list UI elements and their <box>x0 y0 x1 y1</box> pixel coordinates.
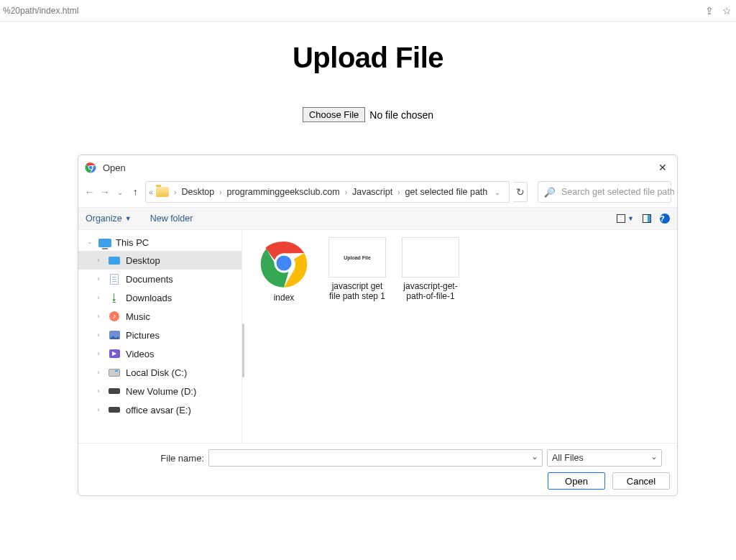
search-input[interactable] <box>561 187 674 197</box>
cancel-button[interactable]: Cancel <box>612 472 670 490</box>
dialog-nav-row: ← → ⌄ ↑ « › Desktop › programminggeekscl… <box>78 180 677 207</box>
filename-input[interactable] <box>208 449 543 467</box>
close-button[interactable]: ✕ <box>654 162 671 173</box>
sidebar-item-desktop[interactable]: › Desktop <box>78 251 242 270</box>
chevron-right-icon: › <box>94 294 103 301</box>
chevron-right-icon: › <box>86 239 93 247</box>
choose-file-button[interactable]: Choose File <box>303 107 365 122</box>
pc-icon <box>98 239 111 247</box>
chevron-right-icon: › <box>217 188 224 196</box>
view-mode-button[interactable]: ▼ <box>617 214 634 223</box>
filename-combo[interactable] <box>208 449 543 467</box>
sidebar-item-local-disk-c[interactable]: › Local Disk (C:) <box>78 363 242 382</box>
chevron-right-icon: › <box>94 406 103 413</box>
overflow-chevron-icon[interactable]: « <box>149 188 153 196</box>
chrome-icon <box>258 237 310 289</box>
music-icon: ♪ <box>109 311 120 322</box>
open-button[interactable]: Open <box>548 472 605 490</box>
sidebar-item-documents[interactable]: › Documents <box>78 270 242 288</box>
dialog-footer: File name: All Files Open Cancel <box>78 443 677 495</box>
sidebar-item-office-avsar-e[interactable]: › office avsar (E:) <box>78 400 242 419</box>
drive-icon <box>109 385 120 397</box>
back-button[interactable]: ← <box>84 184 95 200</box>
share-icon[interactable]: ⇪ <box>705 5 714 17</box>
chevron-right-icon: › <box>94 387 103 395</box>
svg-point-5 <box>277 256 292 271</box>
breadcrumb-site[interactable]: programminggeeksclub.com <box>227 187 340 197</box>
thumbnail-icon <box>402 237 459 277</box>
scrollbar-thumb[interactable] <box>242 323 244 377</box>
search-box[interactable]: 🔍 <box>538 181 671 203</box>
new-folder-button[interactable]: New folder <box>150 214 193 224</box>
dialog-toolbar: Organize ▼ New folder ▼ ? <box>78 207 677 230</box>
folder-icon <box>156 187 169 197</box>
preview-pane-button[interactable] <box>643 214 651 223</box>
chevron-right-icon: › <box>94 331 103 339</box>
chevron-right-icon: › <box>395 188 402 196</box>
up-button[interactable]: ↑ <box>130 184 141 200</box>
file-item-index[interactable]: index <box>252 237 316 303</box>
search-icon: 🔍 <box>544 187 556 198</box>
breadcrumb-js[interactable]: Javascript <box>352 187 392 197</box>
file-pane[interactable]: index Upload File javascript get file pa… <box>242 230 677 443</box>
sidebar-item-new-volume-d[interactable]: › New Volume (D:) <box>78 382 242 400</box>
star-icon[interactable]: ☆ <box>722 5 732 17</box>
file-label: javascript get file path step 1 <box>326 282 389 302</box>
no-file-chosen-text: No file chosen <box>369 109 433 121</box>
downloads-icon: ⭳ <box>109 292 120 303</box>
refresh-button[interactable]: ↻ <box>513 182 528 202</box>
url-fragment: %20path/index.html <box>0 6 78 16</box>
file-item-step1[interactable]: Upload File javascript get file path ste… <box>326 237 389 302</box>
sidebar-item-pictures[interactable]: › Pictures <box>78 326 242 344</box>
file-label: javascript-get-path-of-file-1 <box>399 282 462 302</box>
drive-icon <box>109 404 120 416</box>
file-type-filter[interactable]: All Files <box>547 449 662 467</box>
file-label: index <box>274 293 295 303</box>
disk-icon <box>109 367 120 378</box>
chevron-down-icon: ▼ <box>627 215 634 222</box>
chevron-right-icon: › <box>343 188 349 196</box>
dialog-body: › This PC › Desktop › Documents › ⭳ Down… <box>78 230 677 443</box>
sidebar-item-videos[interactable]: › ▶ Videos <box>78 344 242 363</box>
desktop-icon <box>109 254 120 266</box>
thumbnail-icon: Upload File <box>328 237 386 277</box>
breadcrumb-desktop[interactable]: Desktop <box>181 187 214 197</box>
file-input-row: Choose File No file chosen <box>303 107 433 122</box>
chevron-right-icon: › <box>94 275 103 283</box>
file-type-selected: All Files <box>547 449 662 467</box>
path-dropdown-icon[interactable]: ⌄ <box>490 188 505 196</box>
page-title: Upload File <box>0 42 736 74</box>
sidebar-item-music[interactable]: › ♪ Music <box>78 307 242 326</box>
forward-button[interactable]: → <box>99 184 110 200</box>
documents-icon <box>109 273 120 285</box>
app-icon <box>84 161 97 174</box>
filename-label: File name: <box>86 453 204 464</box>
chevron-right-icon: › <box>94 350 103 357</box>
dialog-titlebar: Open ✕ <box>78 155 677 180</box>
recent-locations-button[interactable]: ⌄ <box>114 184 125 200</box>
svg-point-2 <box>89 166 93 170</box>
open-file-dialog: Open ✕ ← → ⌄ ↑ « › Desktop › programming… <box>78 155 678 496</box>
file-item-getpath[interactable]: javascript-get-path-of-file-1 <box>399 237 462 302</box>
breadcrumb-bar[interactable]: « › Desktop › programminggeeksclub.com ›… <box>145 181 510 203</box>
help-icon[interactable]: ? <box>660 214 670 224</box>
chevron-down-icon: ▼ <box>125 215 132 222</box>
browser-address-bar: %20path/index.html ⇪ ☆ <box>0 0 736 22</box>
sidebar-root-this-pc[interactable]: › This PC <box>78 234 242 251</box>
chevron-right-icon: › <box>172 188 178 196</box>
dialog-title: Open <box>103 162 654 173</box>
chevron-right-icon: › <box>94 369 103 376</box>
organize-menu[interactable]: Organize ▼ <box>86 214 132 224</box>
sidebar-item-downloads[interactable]: › ⭳ Downloads <box>78 288 242 307</box>
pictures-icon <box>109 329 120 341</box>
chevron-right-icon: › <box>94 257 103 264</box>
sidebar: › This PC › Desktop › Documents › ⭳ Down… <box>78 230 242 443</box>
videos-icon: ▶ <box>109 348 120 359</box>
chevron-right-icon: › <box>94 313 103 320</box>
breadcrumb-current[interactable]: get selected file path <box>405 187 488 197</box>
